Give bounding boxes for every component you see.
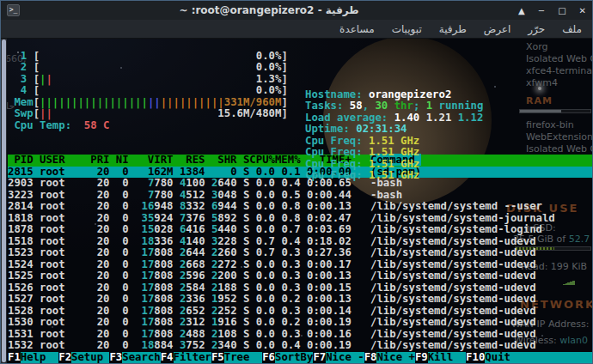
menu-item[interactable]: حرّر bbox=[528, 23, 545, 35]
process-table-header[interactable]: PID USER PRI NI VIRT RES SHR SCPU%MEM% T… bbox=[8, 155, 592, 167]
cpu-meter: 1 [ 0.0%] bbox=[8, 51, 592, 63]
cpu-freq-line: Cpu Freq: 1.51 GHz bbox=[305, 147, 483, 159]
uptime-line: Uptime: 02:31:34 bbox=[305, 124, 483, 136]
function-key[interactable]: F1 bbox=[8, 352, 21, 364]
function-key[interactable]: F5 bbox=[211, 352, 224, 364]
function-key[interactable]: F2 bbox=[58, 352, 71, 364]
function-bar-filler bbox=[523, 352, 592, 364]
cpu-temp-line: Cpu Temp: 58 C bbox=[8, 120, 592, 132]
process-row[interactable]: 1818 root 20 0 35924 7376 5892 S 0.0 0.8… bbox=[8, 213, 592, 225]
function-key-label[interactable]: Quit bbox=[485, 352, 523, 364]
mem-meter: Mem[|||||||||||||||||||||||||||||331M/96… bbox=[8, 97, 592, 109]
swap-meter: Swp[|| 15.6M/480M] bbox=[8, 108, 592, 120]
function-key-label[interactable]: Search bbox=[122, 352, 160, 364]
cpu-freq-line: Cpu Freq: 1.51 GHz bbox=[305, 159, 483, 171]
terminal-window: >_ ~ :root@orangepizero2 - طرفية ▲ − □ ✕… bbox=[0, 0, 593, 364]
title-bar[interactable]: >_ ~ :root@orangepizero2 - طرفية ▲ − □ ✕ bbox=[1, 1, 592, 20]
function-key-label[interactable]: Kill bbox=[428, 352, 466, 364]
cpu-freq-line: Cpu Freq: 1.51 GHz bbox=[305, 170, 483, 182]
load-average-line: Load average: 1.40 1.21 1.12 bbox=[305, 112, 483, 124]
blank-line bbox=[8, 143, 592, 155]
process-row[interactable]: 2814 root 20 0 16948 8332 6944 S 0.0 0.8… bbox=[8, 201, 592, 213]
blank-line bbox=[8, 131, 592, 143]
process-row[interactable]: 2903 root 20 0 7780 4100 2640 S 0.0 0.4 … bbox=[8, 178, 592, 190]
function-key[interactable]: F4 bbox=[161, 352, 174, 364]
function-key[interactable]: F9 bbox=[415, 352, 428, 364]
cpu-meter: 4 [ 0.0%] bbox=[8, 85, 592, 97]
process-row[interactable]: 1531 root 20 0 17808 2488 2108 S 0.0 0.3… bbox=[8, 329, 592, 341]
function-key-label[interactable]: Nice + bbox=[376, 352, 414, 364]
cpu-freq-line: Cpu Freq: 1.51 GHz bbox=[305, 136, 483, 148]
minimize-button[interactable]: − bbox=[538, 6, 545, 15]
terminal-content[interactable]: 1 [ 0.0%] 2 [ 0.0%] 3 [|| 1.3%] 4 [ 0.0%… bbox=[1, 39, 592, 363]
process-row[interactable]: 1525 root 20 0 17808 2596 2200 S 0.0 0.3… bbox=[8, 270, 592, 282]
cpu-meter: 2 [ 0.0%] bbox=[8, 62, 592, 74]
hostname-line: Hostname: orangepizero2 bbox=[305, 89, 483, 101]
process-row[interactable]: 1526 root 20 0 17808 2584 2188 S 0.0 0.3… bbox=[8, 282, 592, 294]
function-key-label[interactable]: Tree bbox=[224, 352, 262, 364]
process-row[interactable]: 1527 root 20 0 17808 2336 1952 S 0.0 0.2… bbox=[8, 294, 592, 306]
menu-bar: ملفحرّراعرضطرفيةتبويباتمساعدة bbox=[1, 20, 592, 39]
process-row[interactable]: 1878 root 20 0 15028 6416 5440 S 0.0 0.7… bbox=[8, 224, 592, 236]
process-row[interactable]: 1523 root 20 0 17808 2644 2260 S 0.7 0.3… bbox=[8, 247, 592, 259]
process-row[interactable]: 3223 root 20 0 7780 4512 3048 S 0.0 0.5 … bbox=[8, 190, 592, 202]
function-key[interactable]: F3 bbox=[109, 352, 122, 364]
process-row[interactable]: 1530 root 20 0 17808 2312 1916 S 0.0 0.2… bbox=[8, 317, 592, 329]
function-key[interactable]: F6 bbox=[262, 352, 275, 364]
function-key-label[interactable]: Help bbox=[21, 352, 58, 364]
process-row[interactable]: 2815 root 20 0 162M 1384 0 S 0.0 0.1 0:0… bbox=[8, 167, 592, 179]
htop-screen: 1 [ 0.0%] 2 [ 0.0%] 3 [|| 1.3%] 4 [ 0.0%… bbox=[8, 39, 592, 352]
menu-item[interactable]: مساعدة bbox=[339, 23, 375, 35]
function-key[interactable]: F10 bbox=[466, 352, 485, 364]
scrollbar[interactable] bbox=[1, 39, 7, 363]
menu-item[interactable]: طرفية bbox=[439, 23, 467, 35]
htop-function-bar: F1Help F2Setup F3SearchF4FilterF5Tree F6… bbox=[8, 352, 592, 364]
process-row[interactable]: 1528 root 20 0 17808 2652 2252 S 0.0 0.3… bbox=[8, 306, 592, 318]
function-key-label[interactable]: Filter bbox=[174, 352, 211, 364]
window-title: ~ :root@orangepizero2 - طرفية bbox=[27, 4, 511, 16]
close-button[interactable]: ✕ bbox=[579, 6, 586, 15]
cpu-meter: 3 [|| 1.3%] bbox=[8, 74, 592, 86]
function-key[interactable]: F8 bbox=[364, 352, 377, 364]
menu-item[interactable]: اعرض bbox=[484, 23, 511, 35]
function-key-label[interactable]: Nice - bbox=[326, 352, 364, 364]
function-key-label[interactable]: Setup bbox=[71, 352, 109, 364]
process-row[interactable]: 1524 root 20 0 17808 2668 2272 S 0.0 0.3… bbox=[8, 259, 592, 271]
shade-button[interactable]: ▲ bbox=[518, 6, 525, 15]
process-row[interactable]: 1532 root 20 0 18884 3752 2340 S 0.0 0.4… bbox=[8, 340, 592, 352]
function-key-label[interactable]: SortBy bbox=[275, 352, 313, 364]
tasks-line: Tasks: 58, 30 thr; 1 running bbox=[305, 100, 483, 112]
blank-line bbox=[8, 39, 592, 51]
menu-item[interactable]: ملف bbox=[562, 23, 582, 35]
function-key[interactable]: F7 bbox=[313, 352, 326, 364]
maximize-button[interactable]: □ bbox=[558, 6, 565, 15]
terminal-icon: >_ bbox=[7, 4, 20, 16]
process-row[interactable]: 1518 root 20 0 18336 4140 3228 S 0.7 0.4… bbox=[8, 236, 592, 248]
menu-item[interactable]: تبويبات bbox=[392, 23, 422, 35]
scrollbar-thumb[interactable] bbox=[2, 39, 6, 362]
window-controls: ▲ − □ ✕ bbox=[518, 6, 586, 15]
htop-info-column: Hostname: orangepizero2Tasks: 58, 30 thr… bbox=[305, 89, 483, 182]
